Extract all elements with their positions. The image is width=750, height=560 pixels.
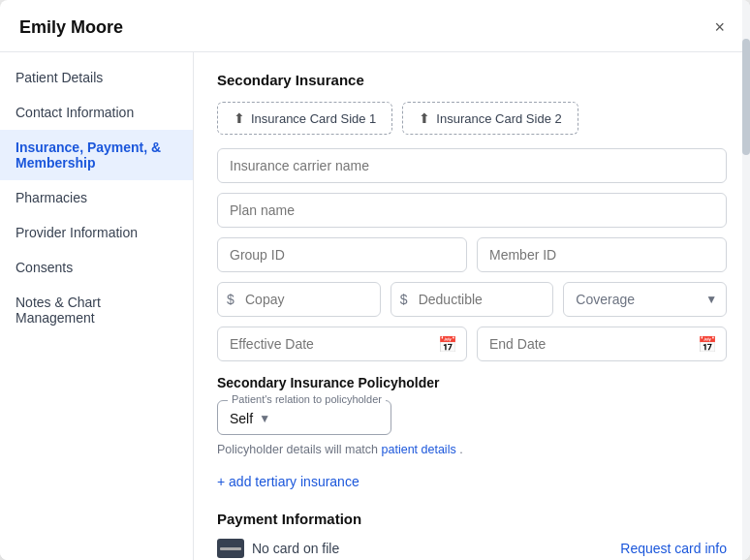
deductible-group: $ [391, 282, 554, 317]
group-id-input[interactable] [217, 237, 467, 272]
policyholder-section: Secondary Insurance Policyholder Patient… [217, 375, 727, 456]
plan-name-input[interactable] [217, 193, 727, 228]
effective-date-calendar-icon[interactable]: 📅 [438, 335, 457, 354]
upload-icon-1: ⬆ [234, 110, 245, 126]
sidebar-item-notes-chart-management[interactable]: Notes & Chart Management [0, 285, 193, 335]
effective-date-group: 📅 [217, 327, 467, 361]
request-card-info-link[interactable]: Request card info [620, 541, 727, 556]
scrollbar-track [742, 52, 750, 560]
modal-title: Emily Moore [19, 17, 123, 38]
sidebar-item-pharmacies[interactable]: Pharmacies [0, 180, 193, 215]
payment-section: Payment Information No card on file Requ… [217, 511, 727, 558]
carrier-name-group [217, 148, 727, 183]
sidebar-item-provider-information[interactable]: Provider Information [0, 215, 193, 250]
credit-card-strip [220, 547, 241, 550]
dollar-icon-copay: $ [227, 292, 234, 307]
add-tertiary-insurance-link[interactable]: + add tertiary insurance [217, 474, 727, 489]
policyholder-note-text-1: Policyholder details will match [217, 443, 378, 456]
upload-card-side-2-label: Insurance Card Side 2 [436, 111, 561, 126]
upload-card-side-1-label: Insurance Card Side 1 [251, 111, 376, 126]
no-card-info: No card on file [217, 539, 339, 558]
deductible-input[interactable] [391, 282, 554, 317]
sidebar: Patient Details Contact Information Insu… [0, 52, 194, 560]
modal-header: Emily Moore × [0, 0, 750, 52]
sidebar-item-consents[interactable]: Consents [0, 250, 193, 285]
payment-section-title: Payment Information [217, 511, 727, 527]
plan-name-group [217, 193, 727, 228]
scrollbar-thumb[interactable] [742, 52, 750, 155]
modal-container: Emily Moore × Patient Details Contact In… [0, 0, 750, 560]
no-card-label: No card on file [252, 541, 339, 556]
policyholder-note: Policyholder details will match patient … [217, 443, 727, 456]
patient-details-link[interactable]: patient details [382, 443, 456, 456]
coverage-group: Coverage Individual Family ▼ [563, 282, 727, 317]
upload-icon-2: ⬆ [419, 110, 430, 126]
date-row: 📅 📅 [217, 327, 727, 361]
sidebar-item-insurance-payment-membership[interactable]: Insurance, Payment, & Membership [0, 130, 193, 180]
relation-value: Self [230, 411, 253, 426]
copay-group: $ [217, 282, 381, 317]
copay-deductible-coverage-row: $ $ Coverage Individual Family ▼ [217, 282, 727, 317]
group-member-row [217, 237, 727, 272]
copay-input[interactable] [217, 282, 381, 317]
sidebar-item-patient-details[interactable]: Patient Details [0, 60, 193, 95]
coverage-select[interactable]: Coverage Individual Family [563, 282, 727, 317]
relation-chevron-icon[interactable]: ▼ [259, 412, 270, 425]
dollar-icon-deductible: $ [400, 292, 408, 307]
close-button[interactable]: × [708, 16, 731, 40]
upload-row: ⬆ Insurance Card Side 1 ⬆ Insurance Card… [217, 102, 727, 135]
modal-body: Patient Details Contact Information Insu… [0, 52, 750, 560]
end-date-input[interactable] [477, 327, 727, 361]
credit-card-icon [217, 539, 244, 558]
effective-date-input[interactable] [217, 327, 467, 361]
carrier-name-input[interactable] [217, 148, 727, 183]
member-id-input[interactable] [477, 237, 727, 272]
relation-select-row: Self ▼ [230, 411, 379, 426]
end-date-calendar-icon[interactable]: 📅 [698, 335, 717, 354]
upload-card-side-1-button[interactable]: ⬆ Insurance Card Side 1 [217, 102, 392, 135]
main-content: Secondary Insurance ⬆ Insurance Card Sid… [194, 52, 750, 560]
end-date-group: 📅 [477, 327, 727, 361]
relation-wrapper: Patient's relation to policyholder Self … [217, 400, 391, 435]
policyholder-title: Secondary Insurance Policyholder [217, 375, 727, 390]
payment-row: No card on file Request card info [217, 539, 727, 558]
policyholder-note-text-2: . [459, 443, 462, 456]
sidebar-item-contact-information[interactable]: Contact Information [0, 95, 193, 130]
relation-label: Patient's relation to policyholder [228, 393, 386, 405]
section-title: Secondary Insurance [217, 72, 727, 88]
upload-card-side-2-button[interactable]: ⬆ Insurance Card Side 2 [402, 102, 578, 135]
